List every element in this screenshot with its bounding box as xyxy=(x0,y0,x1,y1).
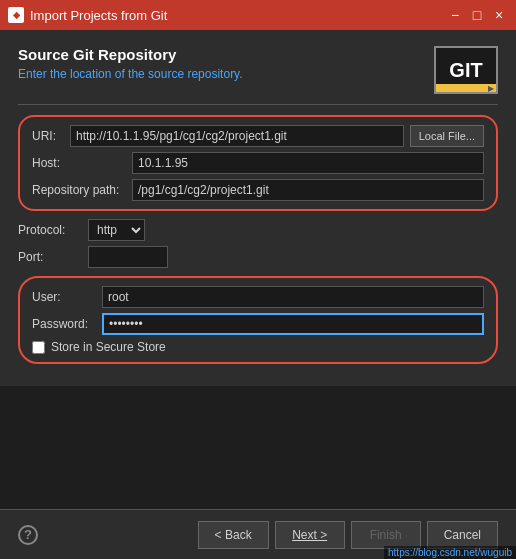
nav-buttons: < Back Next > Finish Cancel xyxy=(198,521,498,549)
port-label: Port: xyxy=(18,250,88,264)
host-row: Host: xyxy=(32,152,484,174)
section-subtitle: Enter the location of the source reposit… xyxy=(18,67,434,81)
section-title: Source Git Repository xyxy=(18,46,434,63)
close-button[interactable]: × xyxy=(490,6,508,24)
store-label: Store in Secure Store xyxy=(51,340,166,354)
protocol-select[interactable]: http https git ssh xyxy=(88,219,145,241)
git-logo-stripe: ▶ xyxy=(436,84,496,92)
store-checkbox[interactable] xyxy=(32,341,45,354)
protocol-row: Protocol: http https git ssh xyxy=(18,219,498,241)
protocol-label: Protocol: xyxy=(18,223,88,237)
password-row: Password: xyxy=(32,313,484,335)
cancel-button[interactable]: Cancel xyxy=(427,521,498,549)
uri-input[interactable] xyxy=(70,125,404,147)
user-row: User: xyxy=(32,286,484,308)
header-section: Source Git Repository Enter the location… xyxy=(18,46,498,94)
window-icon: ◆ xyxy=(8,7,24,23)
password-input[interactable] xyxy=(102,313,484,335)
auth-section: User: Password: Store in Secure Store xyxy=(18,276,498,364)
repo-path-label: Repository path: xyxy=(32,183,132,197)
help-icon[interactable]: ? xyxy=(18,525,38,545)
dialog-body: Source Git Repository Enter the location… xyxy=(0,30,516,386)
port-input[interactable] xyxy=(88,246,168,268)
password-label: Password: xyxy=(32,317,102,331)
title-bar: ◆ Import Projects from Git − □ × xyxy=(0,0,516,30)
maximize-button[interactable]: □ xyxy=(468,6,486,24)
git-logo: GIT ▶ xyxy=(434,46,498,94)
header-divider xyxy=(18,104,498,105)
git-logo-text: GIT xyxy=(449,59,482,82)
watermark: https://blog.csdn.net/wuguib xyxy=(384,546,516,559)
port-row: Port: xyxy=(18,246,498,268)
user-input[interactable] xyxy=(102,286,484,308)
uri-label: URI: xyxy=(32,129,70,143)
uri-row: URI: Local File... xyxy=(32,125,484,147)
local-file-button[interactable]: Local File... xyxy=(410,125,484,147)
uri-section: URI: Local File... Host: Repository path… xyxy=(18,115,498,211)
back-button[interactable]: < Back xyxy=(198,521,269,549)
repo-path-row: Repository path: xyxy=(32,179,484,201)
finish-button[interactable]: Finish xyxy=(351,521,421,549)
repo-path-input[interactable] xyxy=(132,179,484,201)
next-button[interactable]: Next > xyxy=(275,521,345,549)
header-left: Source Git Repository Enter the location… xyxy=(18,46,434,81)
host-label: Host: xyxy=(32,156,132,170)
window-controls: − □ × xyxy=(446,6,508,24)
host-input[interactable] xyxy=(132,152,484,174)
minimize-button[interactable]: − xyxy=(446,6,464,24)
user-label: User: xyxy=(32,290,102,304)
store-row: Store in Secure Store xyxy=(32,340,484,354)
window-title: Import Projects from Git xyxy=(30,8,446,23)
